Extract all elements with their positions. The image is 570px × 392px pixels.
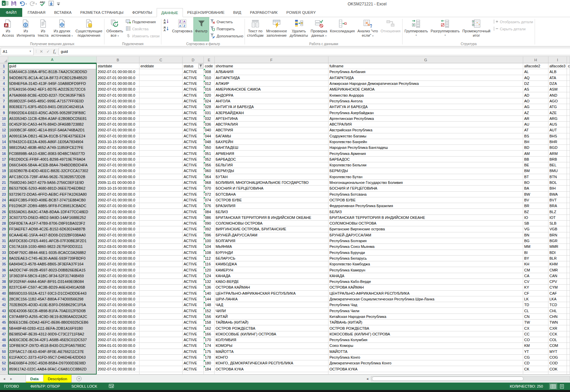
column-header-B[interactable]: B [97,57,139,63]
cell[interactable]: 152 [204,308,215,314]
cell[interactable]: БРУНЕЙ-ДАРУССАЛАМ [328,232,523,238]
cell[interactable]: Аргентинская Республика [328,116,523,122]
cell[interactable] [567,69,570,75]
cell[interactable]: KH [523,261,548,267]
cell[interactable]: БЕРМУДЫ [215,168,328,174]
cell[interactable] [139,349,183,355]
cell[interactable]: 2002-07-01 00:00:00.0 [97,174,139,180]
cell[interactable]: CHL [548,308,567,314]
cell[interactable]: 2002-07-01 00:00:00.0 [97,302,139,308]
cell[interactable]: БУРУНДИ [215,250,328,256]
cell[interactable] [139,157,183,162]
column-header-C[interactable]: C [139,57,183,63]
row-header[interactable]: 2 [0,69,8,75]
cell[interactable]: BRN [548,232,567,238]
column-header-A[interactable]: A [8,57,97,63]
row-header[interactable]: 39 [0,285,8,290]
cell[interactable]: TW [523,320,548,325]
cell[interactable] [567,122,570,127]
row-header[interactable]: 7 [0,98,8,104]
cell[interactable]: 93729672-DDA5-4FFD-AEBC-FEF7A1D63A80 [8,192,97,197]
qat-spelling-button[interactable]: ABC [39,0,46,8]
cell[interactable]: BIH [548,186,567,191]
cell[interactable] [139,116,183,122]
ribbon-button-sort-asc[interactable]: АЯ [162,18,171,26]
row-header[interactable]: 27 [0,215,8,221]
column-header-partial[interactable] [567,57,570,63]
cell[interactable]: ACTIVE [183,209,204,215]
cell[interactable]: BO [523,180,548,186]
cell[interactable]: Республика Ботсвана [328,192,523,197]
cell[interactable]: cl [567,63,570,69]
cell[interactable] [567,110,570,116]
row-header[interactable]: 24 [0,197,8,203]
cell[interactable]: BW [523,192,548,197]
cell[interactable]: Республика Чили [328,308,523,314]
cell[interactable]: ОСТРОВА КАЙМАН [328,285,523,290]
cell[interactable]: FB1D9DCE-FFBF-4001-B298-49719E7F8A04 [8,157,97,162]
cell[interactable]: F8902DE4-E6E0-4D5C-AD05-90528F29FB8C [8,110,97,116]
confirm-entry-icon[interactable]: ✓ [46,49,50,54]
cell[interactable]: BE985D4F-8E39-4312-90D9-C73C2711F8A2 [8,331,97,337]
cell[interactable]: 096 [204,232,215,238]
cell[interactable]: YT [523,349,548,355]
cell[interactable] [139,261,183,267]
ribbon-button-remove-duplicates[interactable]: Удалитьдубликаты [288,18,309,41]
cell[interactable]: BRA [548,203,567,209]
cell[interactable]: Демократическая Республика Конго [328,360,523,366]
cell[interactable]: ACTIVE [183,355,204,360]
macro-record-icon[interactable] [109,384,114,389]
cell[interactable]: ACTIVE [183,360,204,366]
row-header[interactable]: 23 [0,192,8,197]
cell[interactable] [567,116,570,122]
cell[interactable]: БАНГЛАДЕШ [215,145,328,151]
cell[interactable]: VGB [548,226,567,232]
cell[interactable]: 036 [204,122,215,127]
scrollbar-track[interactable] [371,376,570,381]
cell[interactable]: 3C60737D-D5ED-4BD2-9A9D-14AF1688E252 [8,215,97,221]
cell[interactable]: A0E6C3DE-BC94-42F1-A58B-45E5C01DC537 [8,337,97,343]
cell[interactable]: МАЙОТТА [215,349,328,355]
cell[interactable]: BT [523,174,548,180]
cell[interactable]: AGO [548,98,567,104]
cell[interactable]: 2002-07-01 00:00:00.0 [97,226,139,232]
cell[interactable]: CM [523,267,548,273]
cell[interactable]: 012 [204,81,215,87]
cell[interactable] [139,232,183,238]
cell[interactable]: ОСТРОВ РОЖДЕСТВА [328,325,523,331]
cell[interactable]: ACTIVE [183,215,204,221]
cell[interactable]: СОЛОМОНОВЫ ОСТРОВА [328,221,523,226]
cell[interactable]: ТАЙВАНЬ (КИТАЙ) [328,320,523,325]
cell[interactable]: 2002-07-01 00:00:00.0 [97,69,139,75]
cell[interactable]: AZ [523,110,548,116]
cell[interactable]: AR [523,116,548,122]
cell[interactable]: ARM [548,151,567,156]
cell[interactable]: BE5379DE-5293-4680-881D-36EE7D4EDB62 [8,186,97,191]
row-header[interactable]: 36 [0,267,8,273]
cell[interactable]: КОКОСОВЫЕ (КИЛИНГ) ОСТРОВА [328,331,523,337]
ribbon-button-filter[interactable]: Фильтр [194,18,209,41]
row-header[interactable]: 37 [0,273,8,279]
cell[interactable] [567,75,570,81]
cell[interactable]: 2002-07-01 00:00:00.0 [97,325,139,331]
cell[interactable]: 2002-07-01 00:00:00.0 [97,296,139,302]
cell[interactable] [139,75,183,81]
cell[interactable]: LK [523,296,548,302]
cell[interactable]: CO [523,337,548,343]
cell[interactable]: ACTIVE [183,145,204,151]
cell[interactable]: БОЛИВИЯ, МНОГОНАЦИОНАЛЬНОЕ ГОСУДАРСТВО [215,180,328,186]
row-header[interactable]: 5 [0,87,8,92]
cell[interactable]: 2002-07-01 00:00:00.0 [97,267,139,273]
cell[interactable]: A5FDC830-CFE5-4491-AFCB-07F30BE3F2D1 [8,238,97,244]
cell[interactable]: БАРБАДОС [215,157,328,162]
horizontal-scrollbar[interactable]: ◄ [363,375,570,383]
cell[interactable]: ACTIVE [183,314,204,320]
cell[interactable]: ACTIVE [183,343,204,349]
cell[interactable] [567,244,570,250]
cell[interactable] [139,180,183,186]
cell[interactable]: 120 [204,267,215,273]
cell[interactable]: АЗЕРБАЙДЖАН [215,110,328,116]
column-header-F[interactable]: F [215,57,328,63]
cell[interactable]: alfacode2 [523,63,548,69]
cell[interactable] [567,360,570,366]
